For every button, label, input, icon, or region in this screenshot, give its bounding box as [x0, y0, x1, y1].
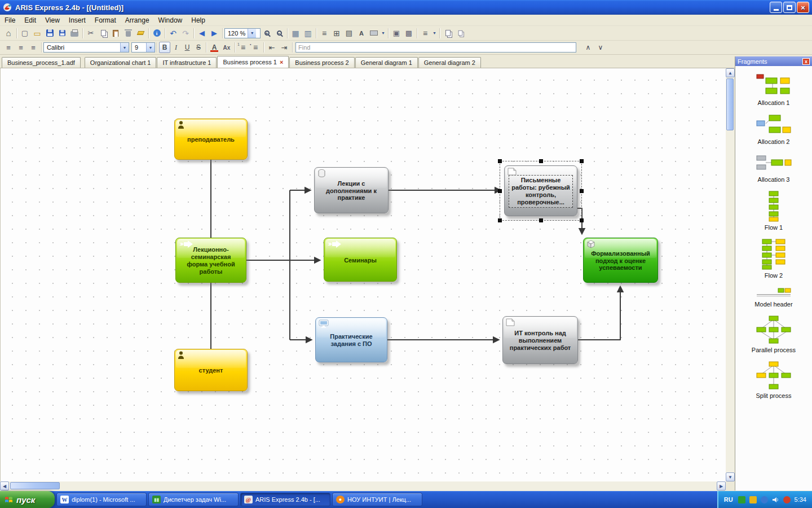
increase-indent-icon[interactable]: [278, 42, 290, 53]
list-view-icon[interactable]: [419, 28, 431, 39]
scroll-right-icon[interactable]: ▶: [717, 481, 726, 491]
scroll-up-icon[interactable]: ▲: [726, 68, 735, 77]
tab-it-infrastructure-1[interactable]: IT infrastructure 1: [157, 57, 217, 68]
new-model-icon[interactable]: [19, 28, 31, 39]
tab-close-icon[interactable]: ×: [280, 59, 283, 65]
list-dropdown-icon[interactable]: ▼: [431, 29, 438, 38]
volume-icon[interactable]: [772, 496, 779, 503]
vertical-scrollbar[interactable]: ▲ ▼: [726, 68, 735, 481]
text-style-icon[interactable]: [355, 28, 368, 39]
taskbar-item-browser[interactable]: ● НОУ ИНТУИТ | Лекц...: [332, 493, 422, 506]
distribute-icon[interactable]: [330, 28, 343, 39]
clock[interactable]: 5:34: [795, 496, 806, 503]
scroll-left-icon[interactable]: ◀: [0, 481, 9, 491]
format-painter-icon[interactable]: [134, 28, 147, 39]
align-icon[interactable]: [318, 28, 330, 39]
update-icon[interactable]: [749, 496, 757, 503]
print-icon[interactable]: [68, 28, 81, 39]
horizontal-scroll-thumb[interactable]: [10, 482, 60, 489]
info-icon[interactable]: i: [151, 28, 163, 39]
chevron-down-icon[interactable]: ▼: [248, 29, 256, 38]
node-lectures[interactable]: Лекции с дополнениями к практике: [314, 167, 389, 213]
zoom-in-icon[interactable]: +: [261, 28, 273, 39]
find-previous-icon[interactable]: [582, 42, 594, 53]
node-written-works[interactable]: Письменные работы: рубежный контроль, пр…: [504, 165, 577, 216]
tab-general-diagram-2[interactable]: General diagram 2: [418, 57, 481, 68]
node-formalized-approach[interactable]: Формализованный подход к оценке успеваем…: [583, 238, 658, 283]
node-teacher[interactable]: преподаватель: [174, 119, 248, 160]
tab-file[interactable]: Business_process_1.adf: [2, 57, 81, 68]
maximize-button[interactable]: [783, 2, 796, 13]
antivirus-shield-icon[interactable]: [738, 496, 745, 503]
cut-icon[interactable]: [85, 28, 97, 39]
menu-window[interactable]: Window: [154, 15, 187, 25]
fragments-header[interactable]: Fragments x: [735, 56, 812, 66]
minimize-button[interactable]: [770, 2, 782, 13]
fragment-allocation-2[interactable]: Allocation 2: [735, 113, 812, 145]
node-practical-tasks[interactable]: Практические задания с ПО: [315, 317, 387, 362]
numbered-list-icon[interactable]: 1: [237, 42, 249, 53]
vertical-scroll-thumb[interactable]: [726, 78, 734, 130]
panel-close-icon[interactable]: x: [802, 58, 810, 65]
menu-file[interactable]: File: [0, 15, 20, 25]
redo-icon[interactable]: [179, 28, 192, 39]
close-button[interactable]: ×: [797, 2, 809, 13]
grid-toggle-icon[interactable]: [289, 28, 302, 39]
underline-button[interactable]: U: [182, 42, 193, 53]
find-input[interactable]: [295, 42, 576, 52]
font-color-button[interactable]: A: [208, 42, 220, 53]
strikethrough-button[interactable]: S: [193, 42, 204, 53]
menu-edit[interactable]: Edit: [20, 15, 41, 25]
ungroup-icon[interactable]: [403, 28, 415, 39]
match-size-icon[interactable]: [343, 28, 355, 39]
scroll-down-icon[interactable]: ▼: [726, 472, 735, 481]
bullet-list-icon[interactable]: •: [249, 42, 262, 53]
paragraph-style-2-icon[interactable]: [15, 42, 27, 53]
font-family-select[interactable]: Calibri ▼: [43, 42, 129, 52]
tab-organizational-chart-1[interactable]: Organizational chart 1: [85, 57, 157, 68]
fragment-parallel-process[interactable]: Parallel process: [735, 315, 812, 353]
fragment-allocation-1[interactable]: Allocation 1: [735, 73, 812, 106]
italic-button[interactable]: I: [170, 42, 182, 53]
node-it-control[interactable]: ИТ контроль над выполнением практических…: [502, 316, 578, 364]
menu-view[interactable]: View: [41, 15, 64, 25]
navigate-back-icon[interactable]: [196, 28, 208, 39]
tab-business-process-1[interactable]: Business process 1 ×: [217, 56, 289, 68]
fragment-split-process[interactable]: Split process: [735, 361, 812, 399]
fragment-allocation-3[interactable]: Allocation 3: [735, 152, 812, 183]
copy-icon[interactable]: [97, 28, 109, 39]
navigate-forward-icon[interactable]: [208, 28, 220, 39]
group-icon[interactable]: [390, 28, 403, 39]
diagram-canvas[interactable]: преподаватель Лекции с дополнениями к пр…: [0, 68, 726, 481]
save-icon[interactable]: [43, 28, 56, 39]
horizontal-scrollbar[interactable]: ◀ ▶: [0, 481, 726, 491]
zoom-out-icon[interactable]: −: [273, 28, 285, 39]
paragraph-style-3-icon[interactable]: [27, 42, 39, 53]
taskbar-item-word[interactable]: W diplom(1) - Microsoft ...: [56, 493, 147, 506]
fragment-flow-2[interactable]: Flow 2: [735, 238, 812, 279]
fill-color-icon[interactable]: [368, 28, 380, 39]
paragraph-style-icon[interactable]: [2, 42, 15, 53]
taskbar-item-task-manager[interactable]: ▮▮ Диспетчер задач Wi...: [148, 493, 239, 506]
tab-business-process-2[interactable]: Business process 2: [289, 57, 354, 68]
open-model-icon[interactable]: [31, 28, 43, 39]
delete-icon[interactable]: [122, 28, 134, 39]
taskbar-item-aris[interactable]: @ ARIS Express 2.4b - [...: [240, 493, 330, 506]
font-size-select[interactable]: 9 ▼: [131, 42, 155, 52]
bold-button[interactable]: B: [159, 42, 170, 53]
start-button[interactable]: пуск: [0, 491, 55, 508]
menu-format[interactable]: Format: [90, 15, 121, 25]
paste-icon[interactable]: [109, 28, 122, 39]
node-student[interactable]: студент: [174, 349, 248, 391]
menu-insert[interactable]: Insert: [64, 15, 90, 25]
clear-formatting-button[interactable]: [220, 42, 233, 53]
node-lecture-seminar-form[interactable]: Лекционно-семинарская форма учебной рабо…: [175, 238, 246, 283]
zoom-level-select[interactable]: 120 % ▼: [224, 28, 261, 38]
snap-to-grid-icon[interactable]: [302, 28, 314, 39]
fragment-flow-1[interactable]: Flow 1: [735, 190, 812, 231]
decrease-indent-icon[interactable]: [266, 42, 278, 53]
network-icon[interactable]: [761, 496, 768, 503]
node-seminars[interactable]: Семинары: [324, 238, 397, 282]
chevron-down-icon[interactable]: ▼: [146, 43, 155, 52]
tab-general-diagram-1[interactable]: General diagram 1: [355, 57, 418, 68]
